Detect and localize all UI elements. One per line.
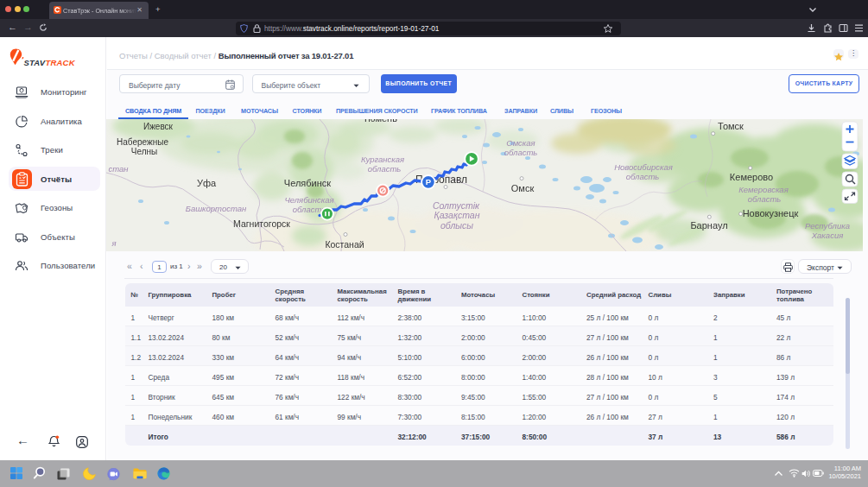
svg-text:Новокузнецк: Новокузнецк <box>743 208 799 218</box>
svg-text:облысы: облысы <box>440 220 473 231</box>
svg-text:Республика: Республика <box>805 221 850 231</box>
svg-text:область: область <box>748 194 782 204</box>
svg-text:область: область <box>368 164 402 174</box>
svg-text:Челны: Челны <box>131 147 157 156</box>
svg-text:Новосибирская: Новосибирская <box>614 162 673 172</box>
svg-text:стан: стан <box>108 164 129 174</box>
svg-text:Солтустік: Солтустік <box>433 200 480 211</box>
svg-text:Омская: Омская <box>506 138 535 148</box>
svg-text:Тюмень: Тюмень <box>363 119 397 123</box>
svg-text:область: область <box>626 172 660 181</box>
svg-text:Костанай: Костанай <box>325 239 364 250</box>
svg-text:Омск: Омск <box>511 183 535 193</box>
svg-text:Башкортостан: Башкортостан <box>186 204 247 213</box>
svg-text:Кемеровская: Кемеровская <box>738 185 788 194</box>
svg-text:Кемерово: Кемерово <box>730 172 773 182</box>
svg-text:Челябинск: Челябинск <box>284 178 331 188</box>
svg-text:Қазақстан: Қазақстан <box>434 210 480 220</box>
svg-text:область: область <box>504 148 538 157</box>
svg-text:STAV: STAV <box>24 57 46 66</box>
svg-text:Томск: Томск <box>718 121 744 131</box>
svg-text:Курганская: Курганская <box>361 155 404 164</box>
svg-text:Хакасия: Хакасия <box>811 231 844 240</box>
svg-text:Ижевск: Ижевск <box>143 122 174 131</box>
svg-text:Челябинская: Челябинская <box>284 195 333 205</box>
svg-text:Набережные: Набережные <box>117 137 168 147</box>
svg-text:P: P <box>426 177 432 187</box>
svg-text:TRACK: TRACK <box>46 57 76 66</box>
svg-text:Уфа: Уфа <box>197 178 217 188</box>
svg-text:Барнаул: Барнаул <box>690 220 727 231</box>
svg-text:я: я <box>111 238 116 248</box>
svg-text:Магнитогорск: Магнитогорск <box>233 218 290 229</box>
